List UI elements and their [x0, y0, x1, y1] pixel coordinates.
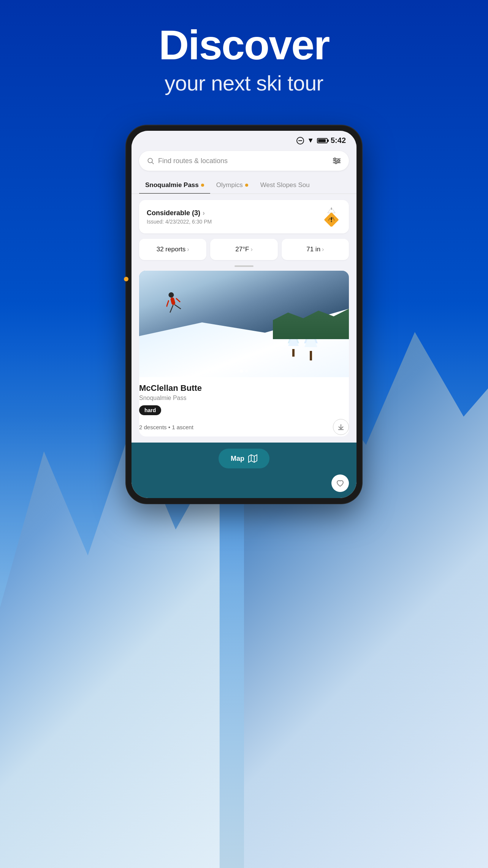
svg-rect-19 [170, 297, 176, 305]
route-name: McClellan Butte [139, 383, 349, 393]
map-button[interactable]: Map [219, 449, 269, 468]
svg-marker-26 [249, 455, 257, 462]
svg-point-0 [148, 158, 152, 163]
tab-snoqualmie[interactable]: Snoqualmie Pass [139, 177, 210, 194]
route-location: Snoqualmie Pass [139, 395, 349, 401]
avalanche-warning-icon: ! [322, 207, 341, 227]
stat-snow-depth-value: 71 in [306, 246, 320, 253]
tab-snoqualmie-label: Snoqualmie Pass [145, 181, 199, 189]
avalanche-level: Considerable (3) › [147, 209, 212, 217]
stat-temperature-chevron: › [250, 246, 252, 253]
stat-reports[interactable]: 32 reports › [139, 239, 206, 260]
wifi-icon: ▼ [307, 136, 314, 144]
tab-olympics[interactable]: Olympics [210, 177, 254, 194]
issued-date: Issued: 4/23/2022, 6:30 PM [147, 219, 212, 225]
stat-reports-value: 32 reports [157, 246, 186, 253]
scroll-indicator [139, 265, 349, 267]
phone-container: ▼ 5:42 Find routes & locations [126, 125, 362, 503]
status-icons: ▼ 5:42 [296, 136, 346, 145]
svg-point-7 [335, 162, 337, 164]
status-time: 5:42 [331, 136, 346, 145]
phone-frame: ▼ 5:42 Find routes & locations [126, 125, 362, 503]
bottom-card-partial [132, 474, 356, 498]
svg-point-6 [338, 160, 340, 162]
do-not-disturb-icon [296, 137, 304, 144]
stats-row: 32 reports › 27°F › 71 in › [139, 239, 349, 260]
search-icon [147, 157, 154, 165]
scroll-bar [234, 265, 254, 267]
phone-screen: ▼ 5:42 Find routes & locations [132, 131, 356, 498]
difficulty-badge: hard [139, 405, 161, 415]
download-button[interactable] [333, 419, 349, 435]
image-dot-2 [245, 370, 248, 373]
svg-rect-15 [292, 349, 295, 357]
status-bar: ▼ 5:42 [132, 131, 356, 148]
map-button-area: Map [132, 443, 356, 474]
tab-snoqualmie-dot [201, 184, 204, 187]
route-image [139, 271, 349, 377]
svg-point-18 [168, 292, 174, 298]
content-area: Considerable (3) › Issued: 4/23/2022, 6:… [132, 194, 356, 443]
svg-line-23 [174, 303, 181, 310]
header-section: Discover your next ski tour [0, 23, 488, 95]
svg-line-22 [168, 305, 175, 313]
svg-line-21 [176, 298, 180, 303]
search-section: Find routes & locations [132, 148, 356, 177]
heart-button[interactable] [331, 474, 349, 492]
search-bar[interactable]: Find routes & locations [139, 151, 349, 171]
stat-temperature[interactable]: 27°F › [210, 239, 277, 260]
route-descents-ascents: 2 descents • 1 ascent [139, 424, 193, 430]
svg-line-1 [152, 162, 154, 164]
route-info: McClellan Butte Snoqualmie Pass hard 2 d… [139, 377, 349, 436]
tab-olympics-dot [245, 184, 248, 187]
tab-olympics-label: Olympics [216, 181, 243, 189]
search-left: Find routes & locations [147, 157, 228, 165]
image-dots [240, 370, 248, 373]
search-placeholder: Find routes & locations [158, 157, 228, 165]
avalanche-info: Considerable (3) › Issued: 4/23/2022, 6:… [147, 209, 212, 225]
page-title: Discover [0, 23, 488, 67]
tab-west-slopes[interactable]: West Slopes Sou [254, 177, 316, 194]
svg-point-5 [334, 158, 336, 160]
battery-icon [317, 138, 328, 143]
image-dot-1 [240, 370, 243, 373]
stat-reports-chevron: › [187, 246, 189, 253]
tab-west-slopes-label: West Slopes Sou [260, 181, 310, 189]
route-stats-row: 2 descents • 1 ascent [139, 419, 349, 435]
stat-snow-depth[interactable]: 71 in › [282, 239, 349, 260]
filter-icon[interactable] [332, 156, 341, 165]
stat-temperature-value: 27°F [235, 246, 249, 253]
side-indicator-dot [124, 277, 128, 281]
svg-rect-12 [310, 351, 312, 360]
route-image-card: McClellan Butte Snoqualmie Pass hard 2 d… [139, 271, 349, 436]
stat-snow-depth-chevron: › [322, 246, 324, 253]
tabs-section: Snoqualmie Pass Olympics West Slopes Sou [132, 177, 356, 194]
map-button-label: Map [231, 455, 244, 463]
page-subtitle: your next ski tour [0, 71, 488, 95]
avalanche-card[interactable]: Considerable (3) › Issued: 4/23/2022, 6:… [139, 200, 349, 233]
map-icon [248, 454, 257, 463]
